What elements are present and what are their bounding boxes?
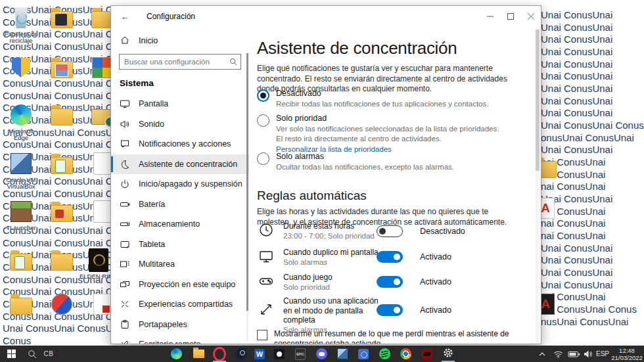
radio-button[interactable] — [257, 114, 269, 127]
radio-desactivado[interactable]: Desactivado Recibir todas las notificaci… — [257, 89, 488, 109]
radio-solo-prioridad[interactable]: Solo prioridad Ver solo las notificacion… — [257, 114, 499, 153]
toggle-cuando-juego[interactable] — [377, 276, 403, 288]
desktop-icon-recycle-bin[interactable]: Papelera de reciclaje — [1, 5, 41, 44]
sidebar-item-shared[interactable]: Experiencias compartidas — [111, 294, 249, 315]
page-title: Asistente de concentración — [257, 38, 457, 58]
sidebar-item-remote[interactable]: Escritorio remoto — [111, 334, 249, 344]
sidebar-item-sound[interactable]: Sonido — [111, 114, 249, 135]
sidebar-item-display[interactable]: Pantalla — [111, 94, 249, 114]
taskbar-app-steam[interactable] — [232, 346, 250, 362]
radio-solo-alarmas[interactable]: Solo alarmas Ocultar todas las notificac… — [257, 152, 454, 172]
sidebar-item-tablet[interactable]: Tableta — [111, 235, 249, 255]
sidebar-item-clipboard[interactable]: Portapapeles — [111, 315, 249, 335]
toggle-state-label: Activado — [420, 277, 451, 286]
toggle-duplicar-pantalla[interactable] — [377, 251, 403, 263]
taskbar-cb-label[interactable]: CB — [41, 346, 57, 362]
start-button[interactable] — [1, 346, 21, 362]
settings-search-box[interactable] — [119, 54, 241, 70]
sidebar-item-label: Inicio/apagado y suspensión — [139, 179, 242, 189]
radio-desc: Ver solo las notificaciones seleccionada… — [276, 124, 499, 134]
sidebar-item-multitask[interactable]: Multitarea — [111, 254, 249, 275]
language-indicator[interactable]: ESP — [593, 346, 612, 362]
wallpaper-text-row: Unai ConusUnai Conus — [541, 120, 644, 132]
minimize-button[interactable] — [480, 6, 500, 27]
toggle-durante-estas-horas[interactable] — [377, 225, 403, 237]
tray-chevron-icon[interactable] — [536, 346, 549, 362]
desktop-icon-folder-dark[interactable] — [42, 5, 81, 30]
sidebar-nav: PantallaSonidoNotificaciones y accionesA… — [111, 94, 249, 344]
desktop-icon-virtualbox[interactable]: Oracle VM VirtualBox — [1, 151, 41, 190]
search-input[interactable] — [120, 58, 226, 66]
search-icon — [226, 58, 241, 66]
settings-content: Asistente de concentración Elige qué not… — [249, 27, 541, 344]
taskbar-app-chat-dark[interactable] — [270, 346, 288, 362]
multitask-icon — [120, 259, 130, 269]
wallpaper-text-row: onusUnai ConusUnai — [541, 132, 644, 145]
desktop-icon-shield-app[interactable] — [1, 55, 41, 80]
titlebar: ← Configuración — [111, 6, 541, 27]
back-button[interactable]: ← — [115, 12, 135, 22]
maximize-button[interactable] — [500, 6, 520, 27]
search-icon — [28, 350, 37, 359]
radio-button-selected[interactable] — [257, 89, 269, 102]
sidebar-item-label: Notificaciones y acciones — [139, 139, 231, 148]
summary-checkbox[interactable] — [257, 330, 267, 340]
taskbar-app-spotify[interactable] — [375, 346, 394, 362]
sidebar-item-notifications[interactable]: Notificaciones y acciones — [111, 134, 249, 154]
close-button[interactable] — [520, 6, 541, 27]
wallpaper-text-row: nusUnai ConusUnai — [541, 316, 644, 328]
desktop-icon-folder[interactable] — [42, 248, 81, 273]
windows-logo-icon — [7, 350, 16, 358]
desktop-icon-folder-green[interactable] — [1, 248, 41, 273]
toggle-pantalla-completa[interactable] — [377, 304, 403, 316]
taskbar-app-settings[interactable] — [439, 346, 457, 362]
radio-desc: Ocultar todas las notificaciones, except… — [276, 162, 454, 172]
taskbar-app-epic[interactable]: EPIC — [291, 346, 310, 362]
taskbar-app-virtualbox[interactable] — [333, 346, 352, 362]
wallpaper-text-row: Unai ConusUnai — [541, 267, 644, 279]
wallpaper-text-row: ConusUnai ConusUnai Conu — [3, 90, 112, 102]
tray-clock[interactable]: 12:48 21/03/2022 — [610, 346, 644, 362]
sidebar-scrollbar-thumb[interactable] — [246, 53, 248, 311]
taskbar-app-opera[interactable] — [210, 346, 229, 362]
taskbar-app-blue-app[interactable] — [354, 346, 373, 362]
taskbar-app-edge[interactable] — [167, 346, 185, 362]
speaker-icon[interactable] — [582, 346, 595, 362]
taskbar: CB WEPIC ESP 12:48 21/03/2022 — [0, 346, 644, 362]
sidebar-item-storage[interactable]: Almacenamiento — [111, 214, 249, 235]
wallpaper-text-row: Unai ConusUnai — [541, 34, 644, 46]
desktop-icon-folder[interactable] — [1, 292, 41, 317]
sidebar-item-label: Asistente de concentración — [139, 160, 237, 169]
taskbar-app-explorer[interactable] — [189, 346, 208, 362]
rule-title: Cuando uso una aplicación en el modo de … — [283, 296, 382, 325]
battery-icon[interactable] — [566, 346, 582, 362]
taskbar-search-button[interactable] — [24, 346, 41, 362]
sidebar-item-focus[interactable]: Asistente de concentración — [111, 154, 249, 175]
taskbar-app-dragon[interactable] — [418, 346, 436, 362]
desktop-icon-app-red-blue[interactable] — [42, 292, 81, 317]
radio-button[interactable] — [257, 152, 269, 165]
desktop-icon-folder-photos[interactable] — [42, 55, 81, 80]
wifi-icon[interactable] — [551, 346, 565, 362]
sidebar-item-home[interactable]: Inicio — [120, 32, 249, 49]
notifications-icon — [120, 139, 130, 149]
desktop-icon-folder[interactable] — [42, 102, 81, 127]
taskbar-app-chrome[interactable] — [396, 346, 415, 362]
sidebar-item-power[interactable]: Inicio/apagado y suspensión — [111, 174, 249, 194]
remote-icon — [120, 339, 130, 344]
sidebar-item-project[interactable]: Proyección en este equipo — [111, 275, 249, 295]
sidebar-item-label: Portapapeles — [139, 320, 187, 329]
content-scrollbar-thumb[interactable] — [536, 30, 540, 171]
taskbar-app-discord[interactable] — [312, 346, 331, 362]
sidebar-item-battery[interactable]: Batería — [111, 194, 249, 215]
toggle-state-label: Desactivado — [420, 227, 465, 236]
window-title: Configuración — [147, 12, 195, 21]
wallpaper-text-row: Unai ConusUnai — [541, 95, 644, 108]
taskbar-app-word[interactable]: W — [250, 346, 269, 362]
radio-desc: El resto irá directamente al centro de a… — [276, 134, 499, 144]
sidebar-item-label: Proyección en este equipo — [139, 280, 235, 289]
desktop-icon-folder-green[interactable] — [42, 151, 81, 176]
desktop-icon-folder-media[interactable] — [42, 199, 81, 224]
desktop-icon-minecraft[interactable]: TLauncher — [1, 199, 41, 231]
desktop-icon-edge-browser[interactable]: Microsoft Edge — [1, 102, 41, 141]
